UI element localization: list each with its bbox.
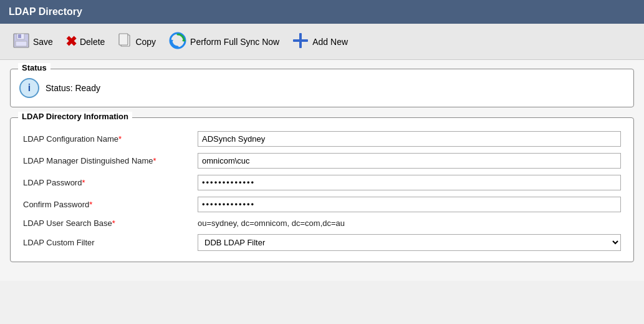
- ldap-custom-filter-select[interactable]: DDB LDAP Filter: [198, 234, 621, 251]
- form-value-cell: [194, 172, 625, 194]
- ldap-search-base-value: ou=sydney, dc=omnicom, dc=com,dc=au: [198, 218, 345, 228]
- title-text: LDAP Directory: [9, 6, 82, 17]
- form-row: LDAP Manager Distinguished Name*: [19, 150, 625, 172]
- toolbar: Save ✖ Delete Copy Perform Full Sync Now: [0, 24, 644, 60]
- form-row: LDAP Custom FilterDDB LDAP Filter: [19, 231, 625, 254]
- add-new-button[interactable]: Add New: [287, 29, 353, 54]
- svg-rect-3: [18, 34, 21, 38]
- save-label: Save: [33, 37, 53, 47]
- delete-icon: ✖: [65, 35, 77, 49]
- ldap-info-section-title: LDAP Directory Information: [18, 112, 132, 121]
- form-value-cell: [194, 128, 625, 150]
- add-label: Add New: [312, 37, 348, 47]
- form-row: LDAP Configuration Name*: [19, 128, 625, 150]
- ldap-info-section: LDAP Directory Information LDAP Configur…: [10, 117, 634, 262]
- delete-label: Delete: [80, 37, 105, 47]
- form-row: Confirm Password*: [19, 194, 625, 215]
- status-info-icon: i: [19, 78, 39, 98]
- svg-rect-6: [120, 34, 127, 44]
- content-area: Status i Status: Ready LDAP Directory In…: [0, 60, 644, 281]
- save-button[interactable]: Save: [7, 30, 58, 53]
- sync-button[interactable]: Perform Full Sync Now: [163, 29, 284, 54]
- status-section-title: Status: [18, 63, 50, 72]
- form-value-cell: [194, 194, 625, 215]
- svg-rect-11: [299, 33, 302, 48]
- ldap-config-name-input[interactable]: [198, 131, 621, 147]
- save-icon: [12, 32, 30, 51]
- form-row: LDAP User Search Base*ou=sydney, dc=omni…: [19, 215, 625, 231]
- copy-button[interactable]: Copy: [112, 30, 161, 53]
- form-label: LDAP User Search Base*: [19, 215, 194, 231]
- form-label: LDAP Custom Filter: [19, 231, 194, 254]
- ldap-manager-dn-input[interactable]: [198, 153, 621, 169]
- add-icon: [292, 32, 309, 51]
- status-section: Status i Status: Ready: [10, 69, 634, 107]
- form-row: LDAP Password*: [19, 172, 625, 194]
- status-content: i Status: Ready: [11, 69, 633, 107]
- form-value-cell: DDB LDAP Filter: [194, 231, 625, 254]
- form-value-cell: ou=sydney, dc=omnicom, dc=com,dc=au: [194, 215, 625, 231]
- sync-icon: [168, 31, 187, 52]
- confirm-password-input[interactable]: [198, 197, 621, 212]
- ldap-info-content: LDAP Configuration Name*LDAP Manager Dis…: [11, 118, 633, 262]
- delete-button[interactable]: ✖ Delete: [60, 32, 110, 51]
- svg-rect-2: [16, 41, 27, 46]
- status-text: Status: Ready: [46, 83, 100, 93]
- sync-label: Perform Full Sync Now: [190, 37, 279, 47]
- ldap-form-table: LDAP Configuration Name*LDAP Manager Dis…: [19, 128, 625, 254]
- form-label: LDAP Manager Distinguished Name*: [19, 150, 194, 172]
- copy-label: Copy: [135, 37, 156, 47]
- form-label: LDAP Password*: [19, 172, 194, 194]
- form-label: LDAP Configuration Name*: [19, 128, 194, 150]
- page-title: LDAP Directory: [0, 0, 644, 24]
- ldap-password-input[interactable]: [198, 175, 621, 190]
- form-value-cell: [194, 150, 625, 172]
- form-label: Confirm Password*: [19, 194, 194, 215]
- copy-icon: [117, 32, 132, 51]
